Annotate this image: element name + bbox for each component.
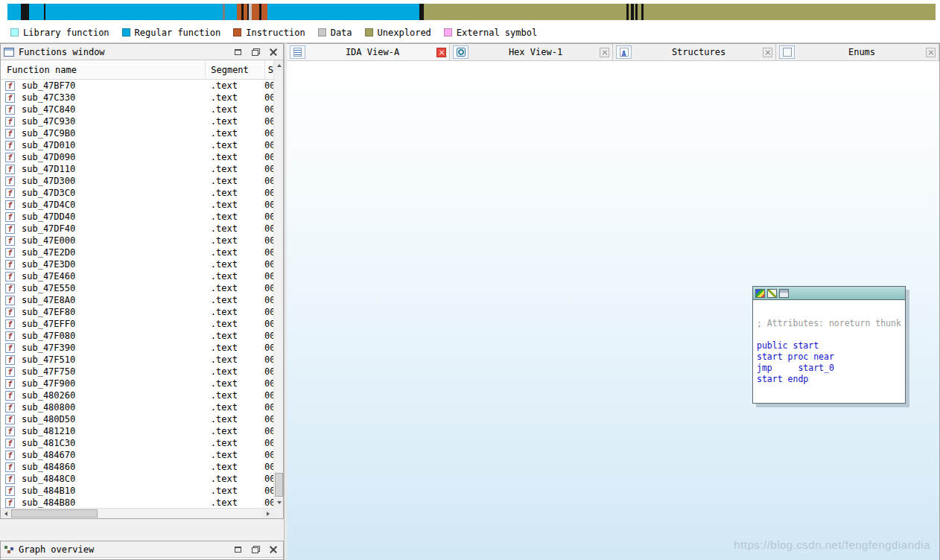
- function-row[interactable]: fsub_47EF80.text00: [1, 306, 273, 318]
- function-row[interactable]: fsub_484670.text00: [1, 449, 273, 461]
- function-row[interactable]: fsub_47F750.text00: [1, 366, 273, 378]
- vertical-scrollbar[interactable]: [273, 60, 283, 508]
- function-row[interactable]: fsub_47DD40.text00: [1, 211, 273, 223]
- function-row[interactable]: fsub_47E2D0.text00: [1, 246, 273, 258]
- disassembly-line[interactable]: jmp start_0: [757, 363, 901, 374]
- scroll-down-icon[interactable]: [274, 497, 283, 508]
- graph-view-canvas[interactable]: ; Attributes: noreturn thunkpublic start…: [287, 61, 939, 560]
- function-segment: .text: [206, 211, 264, 222]
- scroll-left-icon[interactable]: [1, 509, 11, 518]
- vertical-scroll-thumb[interactable]: [275, 473, 283, 497]
- function-row[interactable]: fsub_4848C0.text00: [1, 473, 273, 485]
- legend-color-swatch: [10, 28, 19, 36]
- column-header-start[interactable]: S: [265, 60, 273, 79]
- function-row[interactable]: fsub_47D090.text00: [1, 151, 273, 163]
- function-row[interactable]: fsub_47C930.text00: [1, 115, 273, 127]
- function-icon: f: [5, 462, 15, 472]
- navband-segment: [29, 4, 44, 20]
- function-segment: .text: [206, 295, 264, 305]
- function-row[interactable]: fsub_47E550.text00: [1, 282, 273, 294]
- tab-close-icon[interactable]: [600, 48, 609, 57]
- function-row[interactable]: fsub_481C30.text00: [1, 437, 273, 449]
- function-row[interactable]: fsub_480800.text00: [1, 401, 273, 413]
- overview-maximize-button[interactable]: [231, 544, 244, 556]
- tab-enums[interactable]: Enums: [776, 44, 939, 60]
- function-segment: .text: [206, 307, 264, 317]
- function-name: sub_47F390: [22, 343, 206, 353]
- horizontal-scroll-thumb[interactable]: [11, 509, 98, 518]
- function-start: 00: [264, 438, 273, 448]
- function-start: 00: [264, 497, 273, 508]
- function-row[interactable]: fsub_47C9B0.text00: [1, 127, 273, 139]
- function-row[interactable]: fsub_47D4C0.text00: [1, 199, 273, 211]
- disassembly-line[interactable]: ; Attributes: noreturn thunk: [757, 318, 901, 329]
- function-segment: .text: [206, 497, 264, 508]
- function-row[interactable]: fsub_47E8A0.text00: [1, 294, 273, 306]
- disassembly-line[interactable]: public start: [757, 340, 901, 351]
- function-name: sub_47D300: [22, 176, 206, 186]
- node-color-palette-icon: [755, 289, 765, 298]
- function-row[interactable]: fsub_480260.text00: [1, 389, 273, 401]
- function-row[interactable]: fsub_47C840.text00: [1, 104, 273, 115]
- disassembly-node-header[interactable]: [753, 287, 905, 300]
- disassembly-node[interactable]: ; Attributes: noreturn thunkpublic start…: [752, 286, 906, 404]
- function-segment: .text: [206, 462, 264, 472]
- function-row[interactable]: fsub_481210.text00: [1, 425, 273, 437]
- function-row[interactable]: fsub_47EFF0.text00: [1, 318, 273, 330]
- function-row[interactable]: fsub_47E000.text00: [1, 235, 273, 246]
- column-header-segment[interactable]: Segment: [206, 60, 265, 79]
- tab-close-icon[interactable]: [436, 48, 446, 57]
- tab-close-icon[interactable]: [926, 48, 936, 57]
- function-row[interactable]: fsub_47DF40.text00: [1, 223, 273, 235]
- function-row[interactable]: fsub_47E460.text00: [1, 270, 273, 282]
- function-row[interactable]: fsub_47F080.text00: [1, 330, 273, 342]
- function-row[interactable]: fsub_47D3C0.text00: [1, 187, 273, 199]
- tab-structures[interactable]: Structures: [613, 44, 776, 60]
- navigation-band[interactable]: [7, 4, 936, 20]
- disassembly-line[interactable]: [757, 329, 901, 340]
- function-icon: f: [5, 248, 15, 258]
- function-row[interactable]: fsub_47F900.text00: [1, 378, 273, 389]
- functions-close-button[interactable]: [267, 46, 280, 58]
- function-row[interactable]: fsub_47D300.text00: [1, 175, 273, 187]
- disassembly-node-body: ; Attributes: noreturn thunkpublic start…: [753, 300, 905, 403]
- function-row[interactable]: fsub_484B80.text00: [1, 497, 273, 508]
- function-row[interactable]: fsub_47BF70.text00: [1, 80, 273, 92]
- function-row[interactable]: fsub_47F510.text00: [1, 354, 273, 366]
- function-name: sub_47BF70: [22, 80, 206, 91]
- node-frame-icon: [779, 289, 789, 298]
- function-row[interactable]: fsub_484B10.text00: [1, 485, 273, 497]
- function-name: sub_4848C0: [22, 474, 206, 484]
- function-start: 00: [264, 283, 273, 293]
- function-row[interactable]: fsub_47C330.text00: [1, 92, 273, 104]
- function-row[interactable]: fsub_47F390.text00: [1, 342, 273, 354]
- function-start: 00: [264, 474, 273, 484]
- overview-float-button[interactable]: [249, 544, 262, 556]
- scroll-up-icon[interactable]: [274, 60, 283, 71]
- tab-ida-view-a[interactable]: IDA View-A: [287, 44, 450, 60]
- column-header-function-name[interactable]: Function name: [1, 60, 206, 79]
- function-start: 00: [264, 116, 273, 127]
- function-start: 00: [264, 235, 273, 246]
- disassembly-line[interactable]: start endp: [757, 374, 901, 385]
- structures-icon-glyph: [620, 48, 629, 57]
- function-start: 00: [264, 354, 273, 365]
- horizontal-scroll-track[interactable]: [98, 509, 263, 518]
- function-row[interactable]: fsub_47D110.text00: [1, 163, 273, 175]
- legend-color-swatch: [122, 28, 130, 36]
- navband-segment: [261, 4, 267, 20]
- functions-float-button[interactable]: [249, 46, 262, 58]
- tab-hex-view-1[interactable]: Hex View-1: [450, 44, 613, 60]
- function-row[interactable]: fsub_484860.text00: [1, 461, 273, 473]
- horizontal-scrollbar[interactable]: [1, 508, 273, 518]
- overview-close-button[interactable]: [267, 544, 280, 556]
- disassembly-line[interactable]: start proc near: [757, 351, 901, 363]
- tab-close-icon[interactable]: [763, 48, 772, 57]
- function-segment: .text: [206, 331, 264, 341]
- function-row[interactable]: fsub_480D50.text00: [1, 413, 273, 425]
- function-segment: .text: [206, 366, 264, 377]
- scroll-right-icon[interactable]: [263, 509, 273, 518]
- function-row[interactable]: fsub_47E3D0.text00: [1, 258, 273, 270]
- functions-maximize-button[interactable]: [231, 46, 244, 58]
- function-row[interactable]: fsub_47D010.text00: [1, 139, 273, 151]
